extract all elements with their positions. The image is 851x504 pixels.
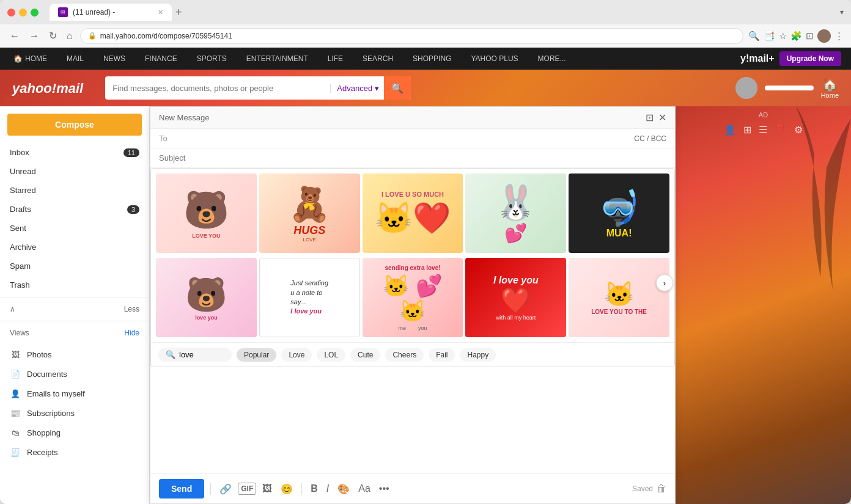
filter-cheers[interactable]: Cheers [385,348,424,362]
sidebar-item-subscriptions[interactable]: 📰 Subscriptions [0,403,149,423]
ad-help-icon[interactable]: ❓ [775,124,787,136]
forward-button[interactable]: → [27,28,42,44]
link-toolbar-btn[interactable]: 🔗 [217,481,234,497]
upgrade-button[interactable]: Upgrade Now [779,51,841,66]
sidebar-less-header[interactable]: ∧ Less [0,300,149,318]
close-traffic-light[interactable] [7,9,15,16]
more-toolbar-btn[interactable]: ••• [377,481,392,497]
gif-grid-row2: 🐻 love you Just sendingu a note tosay...… [151,258,674,342]
new-tab-button[interactable]: + [175,6,182,19]
bold-toolbar-btn[interactable]: B [308,481,320,497]
bookmark-btn[interactable]: 📑 [764,31,775,42]
compose-expand-btn[interactable]: ⊡ [646,112,654,123]
sticker-bear-love[interactable]: 🐻 LOVE YOU [156,173,257,253]
sidebar-item-spam[interactable]: Spam [0,257,149,276]
font-size-toolbar-btn[interactable]: Aa [356,481,373,497]
sticker-minion-mua[interactable]: 🤿 MUA! [569,173,669,253]
sidebar-inbox-label: Inbox [10,148,123,157]
sidebar-item-shopping[interactable]: 🛍 Shopping [0,423,149,442]
sticker-toolbar-btn[interactable]: 🖼 [260,481,274,497]
sidebar-item-photos[interactable]: 🖼 Photos [0,345,149,364]
filter-cute[interactable]: Cute [350,348,380,362]
sticker-heart-love[interactable]: I love you ❤️ with all my heart [465,258,566,337]
topnav-search[interactable]: SEARCH [359,54,397,63]
minimize-traffic-light[interactable] [19,9,27,16]
reader-view-btn[interactable]: ⊡ [806,31,814,42]
filter-fail[interactable]: Fail [429,348,455,362]
main-panel: New Message ⊡ ✕ To CC / BCC [150,106,851,504]
compose-close-btn[interactable]: ✕ [658,112,666,123]
sidebar-item-documents[interactable]: 📄 Documents [0,364,149,384]
star-btn[interactable]: ☆ [779,31,787,42]
send-button[interactable]: Send [159,479,204,499]
extension-btn[interactable]: 🧩 [790,31,802,42]
search-browser-btn[interactable]: 🔍 [748,31,760,42]
gif-toolbar-btn[interactable]: GIF [238,483,256,495]
ad-grid-icon[interactable]: ⊞ [743,124,751,136]
compose-body[interactable]: ✕ 🐻 LOVE YOU [150,168,675,473]
to-input[interactable] [177,134,634,143]
refresh-button[interactable]: ↻ [46,27,59,44]
ad-contact-icon[interactable]: 👤 [724,124,736,136]
sticker-bunny-hearts[interactable]: 🐰 💕 [465,173,566,253]
search-submit-button[interactable]: 🔍 [384,76,411,100]
topnav-entertainment[interactable]: ENTERTAINMENT [243,54,312,63]
topnav-mail[interactable]: MAIL [63,54,87,63]
topnav-news[interactable]: NEWS [100,54,129,63]
subject-input[interactable] [159,153,666,163]
filter-love[interactable]: Love [281,348,312,362]
ad-label: AD [759,111,768,119]
topnav-sports[interactable]: SPORTS [193,54,230,63]
sidebar-item-unread[interactable]: Unread [0,162,149,181]
advanced-button[interactable]: Advanced ▾ [330,84,379,93]
delete-draft-btn[interactable]: 🗑 [657,483,666,494]
compose-title: New Message [159,113,209,122]
tab-close-btn[interactable]: ✕ [158,9,163,16]
sidebar-item-drafts[interactable]: Drafts 3 [0,200,149,219]
filter-happy[interactable]: Happy [460,348,496,362]
ad-settings-icon[interactable]: ⚙ [794,124,803,136]
sticker-cats-loveyoutothe[interactable]: 🐱 LOVE YOU TO THE [569,258,669,337]
sticker-cats-love[interactable]: I LOVE U SO MUCH 🐱❤️ [363,173,463,253]
fullscreen-traffic-light[interactable] [31,9,39,16]
sticker-bear-hugs[interactable]: 🧸 HUGS LOVE [259,173,360,253]
sidebar-item-starred[interactable]: Starred [0,181,149,200]
tab-chevron-icon[interactable]: ▾ [840,8,844,16]
cc-bcc-btn[interactable]: CC / BCC [634,134,666,143]
active-tab[interactable]: ✉ (11 unread) - ✕ [50,4,172,21]
header-home-button[interactable]: 🏠 Home [821,77,839,99]
search-input[interactable] [112,84,325,93]
url-bar[interactable]: 🔒 mail.yahoo.com/d/compose/7059545141 [80,28,743,44]
topnav-life[interactable]: LIFE [324,54,347,63]
sidebar-item-sent[interactable]: Sent [0,219,149,238]
profile-avatar[interactable] [817,29,831,43]
sidebar-item-trash[interactable]: Trash [0,276,149,294]
italic-toolbar-btn[interactable]: I [324,481,331,497]
filter-popular[interactable]: Popular [237,348,276,362]
user-avatar[interactable] [735,77,757,99]
sticker-note-love[interactable]: Just sendingu a note tosay... I love you [259,258,360,337]
compose-to-row: To CC / BCC [150,129,675,148]
sidebar-item-inbox[interactable]: Inbox 11 [0,143,149,162]
sticker-sending-love[interactable]: sending extra love! 🐱 💕 🐱 me you [363,258,463,337]
home-button[interactable]: ⌂ [64,28,75,44]
gif-nav-right-btn[interactable]: › [656,274,673,291]
sidebar-item-emails-to-myself[interactable]: 👤 Emails to myself [0,384,149,403]
sidebar-item-receipts[interactable]: 🧾 Receipts [0,442,149,462]
color-toolbar-btn[interactable]: 🎨 [335,481,352,497]
back-button[interactable]: ← [7,28,22,44]
gif-search-input[interactable] [179,350,222,359]
emoji-toolbar-btn[interactable]: 😊 [278,481,295,497]
topnav-home[interactable]: 🏠 HOME [10,54,51,63]
compose-button[interactable]: Compose [7,114,142,136]
topnav-shopping[interactable]: SHOPPING [409,54,455,63]
topnav-yahooplus[interactable]: YAHOO PLUS [467,54,521,63]
topnav-more[interactable]: MORE... [534,54,570,63]
more-options-btn[interactable]: ⋮ [834,31,844,42]
sidebar-item-archive[interactable]: Archive [0,238,149,257]
topnav-finance[interactable]: FINANCE [141,54,181,63]
filter-lol[interactable]: LOL [317,348,345,362]
receipts-icon: 🧾 [10,447,21,458]
sticker-bear-love2[interactable]: 🐻 love you [156,258,257,337]
ad-list-icon[interactable]: ☰ [759,124,767,136]
